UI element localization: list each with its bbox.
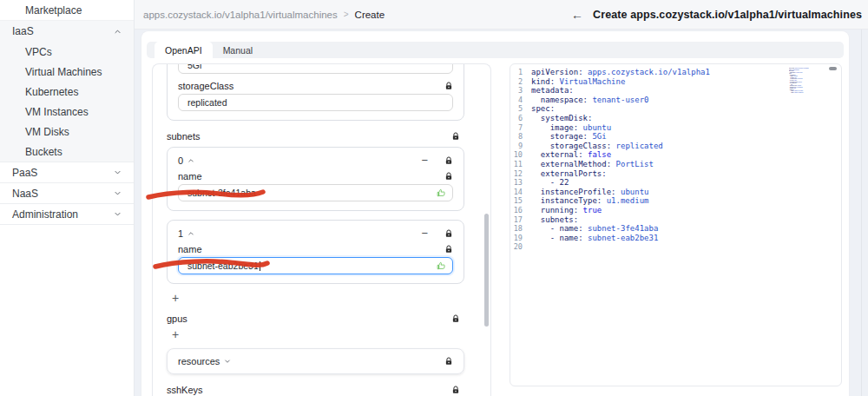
page-title: Create apps.cozystack.io/v1alpha1/virtua…: [593, 9, 862, 21]
code-line: 15 instanceType: u1.medium: [510, 196, 841, 206]
code-line: 2kind: VirtualMachine: [510, 77, 841, 87]
remove-item-button[interactable]: −: [421, 228, 428, 239]
sidebar-group-label: PaaS: [0, 167, 111, 179]
sidebar-item-vpcs[interactable]: VPCs: [0, 42, 134, 62]
code-line: 5spec:: [510, 104, 841, 114]
subnet-name-input-1[interactable]: subnet-eab2be31: [178, 257, 453, 274]
chevron-down-icon: [111, 189, 123, 197]
sidebar-group-label: Administration: [0, 208, 111, 221]
valid-thumbs-up-icon: [437, 188, 446, 198]
lock-icon[interactable]: [444, 245, 453, 254]
valid-thumbs-up-icon: [437, 261, 446, 271]
subnet-item-0-card: 0 − name subnet-3fe41aba: [167, 147, 464, 211]
sidebar-item-kubernetes[interactable]: Kubernetes: [0, 82, 134, 102]
code-line: 13 - 22: [510, 178, 841, 188]
subnet-item-index: 0: [178, 155, 183, 166]
main-content-card: OpenAPI Manual 5Gi storageClass replicat…: [141, 31, 849, 396]
code-line: 9 storageClass: replicated: [510, 142, 841, 151]
remove-item-button[interactable]: −: [421, 155, 428, 166]
lock-icon[interactable]: [444, 156, 453, 165]
lock-icon[interactable]: [444, 229, 453, 238]
sidebar-group-naas[interactable]: NaaS: [0, 183, 134, 204]
openapi-form-panel: 5Gi storageClass replicated subnets 0 −: [152, 63, 491, 396]
code-line: 6 systemDisk:: [510, 114, 841, 123]
code-lines: 1apiVersion: apps.cozystack.io/v1alpha1 …: [510, 64, 841, 252]
breadcrumb-path-link[interactable]: apps.cozystack.io/v1alpha1/virtualmachin…: [143, 10, 338, 20]
lock-icon[interactable]: [451, 132, 460, 141]
collapse-chevron-up-icon[interactable]: [187, 155, 194, 166]
code-line: 14 instanceProfile: ubuntu: [510, 188, 841, 197]
tab-openapi[interactable]: OpenAPI: [155, 42, 213, 58]
code-line: 20: [510, 242, 841, 252]
tab-bar: OpenAPI Manual: [147, 42, 844, 58]
sidebar-group-iaas[interactable]: IaaS: [0, 21, 134, 42]
code-line: 4 namespace: tenant-user0: [510, 96, 841, 105]
lock-icon[interactable]: [444, 357, 453, 366]
sidebar-item-marketplace[interactable]: Marketplace: [0, 0, 134, 21]
gpus-label: gpus: [167, 314, 187, 324]
sidebar-group-label: IaaS: [0, 25, 111, 37]
breadcrumb-current: Create: [355, 10, 385, 20]
lock-icon[interactable]: [444, 172, 453, 181]
breadcrumb: apps.cozystack.io/v1alpha1/virtualmachin…: [135, 10, 385, 20]
storageclass-input[interactable]: replicated: [178, 94, 453, 111]
lock-icon[interactable]: [444, 82, 453, 90]
add-gpu-button[interactable]: +: [167, 327, 184, 341]
editor-scrollbar-thumb[interactable]: [829, 67, 837, 70]
resources-expander[interactable]: resources: [167, 348, 464, 374]
sidebar: Marketplace IaaS VPCs Virtual Machines K…: [0, 0, 135, 396]
code-line: 17 subnets:: [510, 215, 841, 225]
sidebar-group-label: NaaS: [0, 188, 111, 200]
sidebar-item-label: VM Disks: [0, 126, 134, 138]
resources-label: resources: [178, 356, 220, 366]
chevron-up-icon: [111, 28, 123, 36]
subnets-label: subnets: [167, 131, 201, 142]
chevron-down-icon: [224, 358, 231, 365]
code-line: 1apiVersion: apps.cozystack.io/v1alpha1: [510, 68, 841, 77]
subnet-name-label: name: [178, 171, 202, 182]
tab-manual[interactable]: Manual: [213, 42, 263, 58]
lock-icon[interactable]: [451, 386, 460, 394]
storageclass-label: storageClass: [178, 81, 233, 91]
form-scrollbar-thumb[interactable]: [484, 214, 489, 327]
sidebar-item-virtual-machines[interactable]: Virtual Machines: [0, 62, 134, 82]
yaml-editor[interactable]: 1apiVersion: apps.cozystack.io/v1alpha1 …: [510, 63, 842, 386]
code-line: 7 image: ubuntu: [510, 123, 841, 133]
code-line: 10 external: false: [510, 150, 841, 160]
top-header: apps.cozystack.io/v1alpha1/virtualmachin…: [135, 0, 868, 30]
sshkeys-label: sshKeys: [167, 385, 203, 395]
chevron-down-icon: [111, 210, 123, 218]
code-line: 3metadata:: [510, 86, 841, 96]
collapse-chevron-up-icon[interactable]: [187, 228, 194, 239]
add-subnet-button[interactable]: +: [167, 291, 184, 305]
subnet-name-label: name: [178, 244, 202, 254]
sidebar-section-iaas: IaaS VPCs Virtual Machines Kubernetes VM…: [0, 21, 134, 162]
storage-input[interactable]: 5Gi: [178, 63, 453, 74]
sidebar-item-label: VM Instances: [0, 106, 134, 118]
text-cursor: [260, 261, 260, 271]
sidebar-item-label: Kubernetes: [0, 86, 134, 98]
sidebar-item-label: Marketplace: [0, 4, 134, 16]
sidebar-group-administration[interactable]: Administration: [0, 204, 134, 225]
sidebar-item-label: VPCs: [0, 46, 134, 58]
code-line: 12 externalPorts:: [510, 169, 841, 179]
sidebar-item-buckets[interactable]: Buckets: [0, 142, 134, 162]
code-line: 16 running: true: [510, 206, 841, 215]
sidebar-group-paas[interactable]: PaaS: [0, 162, 134, 183]
systemdisk-card: 5Gi storageClass replicated: [167, 63, 464, 121]
lock-icon[interactable]: [451, 314, 460, 323]
sidebar-item-vm-instances[interactable]: VM Instances: [0, 102, 134, 122]
code-line: 11 externalMethod: PortList: [510, 160, 841, 169]
subnet-name-input-0[interactable]: subnet-3fe41aba: [178, 184, 453, 201]
code-line: 19 - name: subnet-eab2be31: [510, 234, 841, 243]
sidebar-item-label: Virtual Machines: [0, 66, 134, 78]
sidebar-item-label: Buckets: [0, 146, 134, 158]
page-scroll-track: [861, 30, 862, 396]
back-arrow-icon[interactable]: ←: [571, 8, 583, 22]
subnet-item-index: 1: [178, 228, 183, 239]
subnet-item-1-card: 1 − name subnet-eab2be31: [167, 220, 464, 284]
chevron-down-icon: [111, 168, 123, 176]
breadcrumb-separator: >: [344, 10, 349, 19]
code-line: 18 - name: subnet-3fe41aba: [510, 224, 841, 234]
sidebar-item-vm-disks[interactable]: VM Disks: [0, 122, 134, 142]
